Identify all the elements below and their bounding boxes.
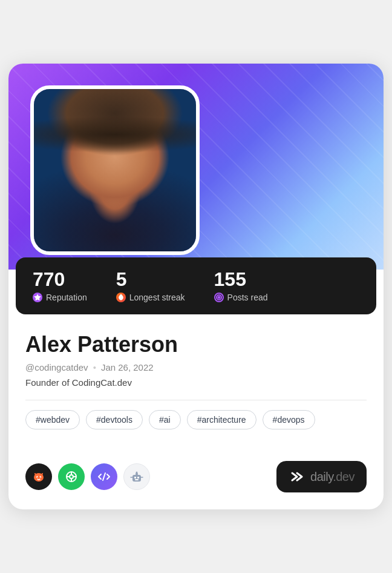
card-header bbox=[8, 64, 384, 270]
profile-meta: @codingcatdev • Jan 26, 2022 bbox=[25, 362, 367, 373]
badges-row bbox=[25, 463, 150, 490]
avatar-photo bbox=[34, 89, 196, 251]
reputation-label: Reputation bbox=[33, 293, 87, 302]
svg-point-17 bbox=[136, 472, 138, 474]
streak-label: Longest streak bbox=[116, 293, 185, 302]
profile-info: Alex Patterson @codingcatdev • Jan 26, 2… bbox=[8, 326, 384, 461]
avatar bbox=[30, 85, 200, 255]
profile-card: 770 Reputation 5 Longest streak bbox=[8, 64, 384, 509]
svg-line-11 bbox=[103, 473, 105, 480]
posts-value: 155 bbox=[214, 270, 268, 289]
tag-ai[interactable]: #ai bbox=[149, 410, 181, 429]
posts-icon bbox=[214, 293, 224, 302]
streak-value: 5 bbox=[116, 270, 185, 289]
profile-date: Jan 26, 2022 bbox=[101, 362, 154, 373]
daily-dev-text: daily.dev bbox=[310, 470, 354, 483]
posts-label: Posts read bbox=[214, 293, 268, 302]
cat-badge bbox=[25, 463, 52, 490]
tags-container: #webdev #devtools #ai #architecture #dev… bbox=[25, 410, 367, 429]
stat-posts: 155 Posts read bbox=[214, 270, 268, 302]
divider bbox=[25, 400, 367, 400]
dev-badge bbox=[91, 463, 117, 490]
profile-name: Alex Patterson bbox=[25, 331, 367, 357]
robot-badge bbox=[123, 463, 150, 490]
reputation-icon bbox=[33, 293, 42, 302]
stat-reputation: 770 Reputation bbox=[33, 270, 87, 302]
daily-dev-wordmark: daily.dev bbox=[310, 470, 354, 484]
reputation-value: 770 bbox=[33, 270, 87, 289]
tag-devtools[interactable]: #devtools bbox=[86, 410, 143, 429]
daily-dev-logo: daily.dev bbox=[276, 461, 367, 492]
stat-streak: 5 Longest streak bbox=[116, 270, 185, 302]
crosshair-badge bbox=[58, 463, 85, 490]
svg-point-1 bbox=[218, 296, 220, 298]
daily-dev-chevron-icon bbox=[289, 468, 305, 485]
svg-rect-13 bbox=[134, 477, 136, 479]
avatar-container bbox=[30, 85, 200, 255]
stats-bar: 770 Reputation 5 Longest streak bbox=[16, 257, 376, 314]
svg-rect-14 bbox=[137, 477, 139, 479]
card-footer: daily.dev bbox=[8, 461, 384, 509]
tag-webdev[interactable]: #webdev bbox=[25, 410, 80, 429]
tag-architecture[interactable]: #architecture bbox=[187, 410, 256, 429]
tag-devops[interactable]: #devops bbox=[263, 410, 315, 429]
svg-point-6 bbox=[70, 475, 73, 479]
daily-dev-suffix: .dev bbox=[333, 470, 354, 483]
profile-handle: @codingcatdev bbox=[25, 362, 88, 373]
svg-rect-15 bbox=[135, 479, 139, 480]
streak-icon bbox=[116, 293, 126, 302]
svg-rect-12 bbox=[132, 475, 141, 482]
profile-bio: Founder of CodingCat.dev bbox=[25, 377, 367, 388]
profile-dot: • bbox=[93, 362, 96, 373]
